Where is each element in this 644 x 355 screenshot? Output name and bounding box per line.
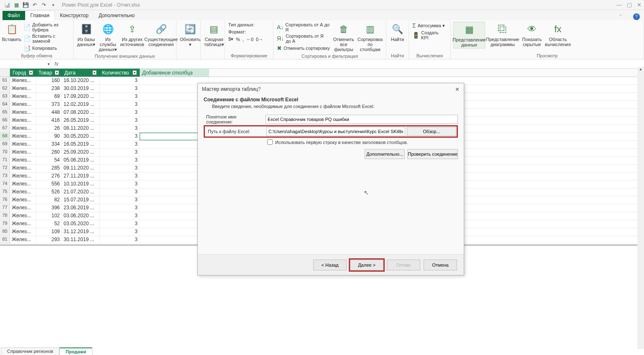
cell-date[interactable]: 17.09.2020 ... (62, 93, 100, 100)
file-path-input[interactable] (266, 127, 405, 136)
finish-button[interactable]: Готово (387, 260, 420, 270)
cell-qty[interactable]: 3 (100, 212, 140, 220)
cell-qty[interactable]: 3 (100, 117, 140, 124)
cell-product[interactable]: 293 (36, 236, 62, 244)
percent-button[interactable]: % (235, 36, 241, 42)
cell-product[interactable]: 69 (36, 93, 62, 100)
cell-qty[interactable]: 3 (100, 204, 140, 212)
add-from-buffer-button[interactable]: 📄Добавить из буфера (23, 22, 71, 33)
scroll-up-icon[interactable]: ▲ (637, 67, 644, 74)
vertical-scrollbar[interactable]: ▲ (637, 67, 644, 349)
cell-product[interactable]: 109 (36, 228, 62, 236)
from-service-button[interactable]: 🌐Из службы данных▾ (98, 22, 118, 53)
cell-qty[interactable]: 3 (100, 77, 140, 85)
cell-product[interactable]: 54 (36, 157, 62, 164)
cell-product[interactable]: 373 (36, 101, 62, 108)
cell-product[interactable]: 26 (36, 125, 62, 132)
cell-city[interactable]: Желез... (10, 172, 36, 180)
tab-advanced[interactable]: Дополнительно (94, 11, 140, 20)
currency-button[interactable]: $▾ (227, 36, 234, 42)
row-number[interactable]: 61 (0, 77, 10, 85)
inc-decimal-button[interactable]: ←0 (245, 36, 254, 42)
browse-button[interactable]: Обзор... (407, 127, 456, 136)
filter-icon[interactable]: ▾ (92, 70, 97, 75)
cell-product[interactable]: 276 (36, 172, 62, 180)
row-number[interactable]: 76 (0, 196, 10, 204)
cell-date[interactable]: 09.11.2020 ... (62, 165, 100, 172)
refresh-button[interactable]: 🔄Обновить ▾ (179, 22, 202, 48)
row-number[interactable]: 70 (0, 149, 10, 156)
cell-product[interactable]: 238 (36, 85, 62, 93)
cell-product[interactable]: 82 (36, 196, 62, 204)
cell-qty[interactable]: 3 (100, 228, 140, 236)
from-other-button[interactable]: ⇪Из других источников (120, 22, 145, 48)
cell-date[interactable]: 05.06.2019 ... (62, 157, 100, 164)
row-number[interactable]: 78 (0, 212, 10, 220)
paste-replace-button[interactable]: 📄Вставить с заменой (23, 33, 71, 44)
cell-qty[interactable]: 3 (100, 188, 140, 196)
minimize-button[interactable]: — (616, 2, 622, 8)
cell-date[interactable]: 23.06.2019 ... (62, 204, 100, 212)
data-view-button[interactable]: ▦Представление данных (453, 22, 485, 49)
row-number[interactable]: 66 (0, 117, 10, 124)
cell-product[interactable]: 334 (36, 141, 62, 148)
cell-product[interactable]: 285 (36, 165, 62, 172)
row-number[interactable]: 68 (0, 133, 10, 140)
row-number[interactable]: 71 (0, 157, 10, 164)
cell-date[interactable]: 15.07.2019 ... (62, 196, 100, 204)
cell-city[interactable]: Желез... (10, 117, 36, 124)
row-number[interactable]: 69 (0, 141, 10, 148)
advanced-button[interactable]: Дополнительно... (365, 149, 405, 159)
cell-city[interactable]: Желез... (10, 236, 36, 244)
cell-product[interactable]: 556 (36, 180, 62, 188)
next-button[interactable]: Далее > (350, 260, 383, 270)
cancel-button[interactable]: Отмена (424, 260, 457, 270)
cell-product[interactable]: 102 (36, 212, 62, 220)
calc-area-button[interactable]: fxОбласть вычисления (545, 22, 570, 48)
cell-qty[interactable]: 3 (100, 133, 140, 140)
cell-product[interactable]: 396 (36, 204, 62, 212)
row-number[interactable]: 64 (0, 101, 10, 108)
cell-product[interactable]: 526 (36, 188, 62, 196)
sheet-tab-sales[interactable]: Продажи (59, 347, 92, 355)
comma-button[interactable]: , (242, 36, 245, 42)
cell-date[interactable]: 12.02.2019 ... (62, 101, 100, 108)
cell-qty[interactable]: 3 (100, 172, 140, 180)
diagram-view-button[interactable]: ⿻Представление диаграммы (487, 22, 519, 48)
cell-date[interactable]: 16.05.2019 ... (62, 141, 100, 148)
back-button[interactable]: < Назад (313, 260, 347, 270)
dialog-close-button[interactable]: ✕ (455, 86, 460, 93)
sort-desc-button[interactable]: Я↓Сортировать от Я до А (276, 33, 331, 44)
row-number[interactable]: 77 (0, 204, 10, 212)
cell-date[interactable]: 03.06.2020 ... (62, 212, 100, 220)
first-row-headers-checkbox[interactable] (267, 139, 273, 145)
cell-date[interactable]: 03.05.2020 ... (62, 220, 100, 228)
row-number[interactable]: 81 (0, 236, 10, 244)
row-number[interactable]: 63 (0, 93, 10, 100)
row-number[interactable]: 65 (0, 109, 10, 116)
cell-city[interactable]: Желез... (10, 77, 36, 85)
connection-name-input[interactable] (266, 115, 458, 124)
cell-city[interactable]: Желез... (10, 101, 36, 108)
select-all-corner[interactable] (0, 69, 10, 77)
cell-qty[interactable]: 3 (100, 125, 140, 132)
cell-city[interactable]: Желез... (10, 204, 36, 212)
cell-date[interactable]: 10.10.2019 ... (62, 180, 100, 188)
cell-date[interactable]: 31.12.2019 ... (62, 228, 100, 236)
clear-sort-button[interactable]: ✖Отменить сортировку (276, 44, 331, 52)
pivot-table-button[interactable]: ▤Сводная таблица▾ (203, 22, 225, 48)
dec-decimal-button[interactable]: 0→ (255, 36, 264, 42)
cell-product[interactable]: 90 (36, 133, 62, 140)
cell-city[interactable]: Желез... (10, 109, 36, 116)
cell-product[interactable]: 416 (36, 117, 62, 124)
cell-city[interactable]: Желез... (10, 212, 36, 220)
find-button[interactable]: 🔍Найти (389, 22, 406, 43)
tab-file[interactable]: Файл (3, 11, 25, 20)
row-number[interactable]: 75 (0, 188, 10, 196)
datatype-dropdown[interactable]: Тип данных: (227, 22, 264, 28)
paste-button[interactable]: 📋 Вставить (3, 22, 21, 43)
cell-product[interactable]: 160 (36, 77, 62, 85)
undo-icon[interactable]: ↶ (30, 0, 39, 10)
cell-city[interactable]: Желез... (10, 157, 36, 164)
cell-date[interactable]: 25.09.2020 ... (62, 149, 100, 156)
